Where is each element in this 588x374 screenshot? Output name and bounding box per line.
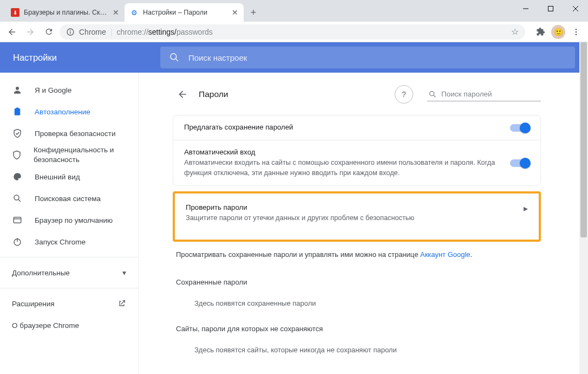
window-maximize-button[interactable] <box>538 0 563 17</box>
window-minimize-button[interactable] <box>513 0 538 17</box>
sidebar-label: Внешний вид <box>35 173 80 181</box>
svg-point-8 <box>576 31 577 33</box>
window-close-button[interactable] <box>563 0 588 17</box>
profile-avatar[interactable]: 🙂 <box>551 25 565 39</box>
clipboard-icon <box>12 106 23 117</box>
sidebar-item-default-browser[interactable]: Браузер по умолчанию <box>0 209 138 231</box>
sidebar-item-you-and-google[interactable]: Я и Google <box>0 79 138 101</box>
settings-search-placeholder: Поиск настроек <box>188 53 247 62</box>
settings-search-input[interactable]: Поиск настроек <box>160 47 575 68</box>
sidebar-label: Конфиденциальность и безопасность <box>34 145 126 164</box>
auto-signin-toggle[interactable] <box>510 159 530 167</box>
row-subtitle: Автоматически входить на сайты с помощью… <box>184 157 510 178</box>
password-search-input[interactable]: Поиск паролей <box>427 88 541 101</box>
tab-close-icon[interactable]: ✕ <box>232 8 238 17</box>
sidebar-extensions-link[interactable]: Расширения <box>0 293 138 314</box>
chrome-menu-button[interactable] <box>569 24 584 40</box>
manage-passwords-info: Просматривать сохраненные пароли и управ… <box>173 242 541 268</box>
svg-rect-1 <box>548 7 553 11</box>
search-icon <box>169 52 180 63</box>
tab-title: Настройки – Пароли <box>143 9 227 16</box>
url-page: passwords <box>177 28 213 36</box>
svg-line-22 <box>434 95 435 97</box>
scrollbar-thumb[interactable] <box>580 42 587 237</box>
chevron-right-icon: ▸ <box>516 203 528 214</box>
svg-rect-17 <box>14 217 21 223</box>
sidebar-label: О браузере Chrome <box>12 321 79 330</box>
help-button[interactable]: ? <box>395 85 413 104</box>
scrollbar[interactable] <box>579 42 588 374</box>
svg-point-15 <box>14 195 19 200</box>
bookmark-star-icon[interactable]: ☆ <box>511 27 519 37</box>
nav-back-button[interactable] <box>4 24 19 40</box>
address-bar[interactable]: Chrome | chrome://settings/passwords ☆ <box>60 24 525 40</box>
search-icon <box>428 90 437 99</box>
svg-point-5 <box>70 30 71 31</box>
sidebar-label: Проверка безопасности <box>35 130 116 138</box>
url-prefix: chrome:// <box>116 28 148 36</box>
new-tab-button[interactable]: + <box>246 5 261 20</box>
page-title: Пароли <box>199 89 388 99</box>
sidebar-label: Я и Google <box>35 86 71 94</box>
chevron-down-icon: ▾ <box>122 268 126 277</box>
sidebar-label: Расширения <box>12 300 55 308</box>
shield-icon <box>12 150 22 160</box>
svg-rect-14 <box>16 108 19 109</box>
saved-passwords-empty: Здесь появятся сохраненные пароли <box>173 289 541 314</box>
password-search-placeholder: Поиск паролей <box>441 90 492 98</box>
never-save-title: Сайты, пароли для которых не сохраняются <box>173 314 541 336</box>
sidebar-about-link[interactable]: О браузере Chrome <box>0 314 138 336</box>
offer-save-passwords-toggle[interactable] <box>510 124 530 132</box>
sidebar-advanced-toggle[interactable]: Дополнительные ▾ <box>0 262 138 283</box>
svg-line-11 <box>176 59 178 61</box>
row-subtitle: Защитите пароли от утечки данных и други… <box>186 212 516 223</box>
sidebar: Я и Google Автозаполнение Проверка безоп… <box>0 73 139 374</box>
row-title: Проверить пароли <box>186 203 516 212</box>
sidebar-item-autofill[interactable]: Автозаполнение <box>0 101 138 122</box>
nav-forward-button[interactable] <box>23 24 38 40</box>
svg-rect-13 <box>15 108 21 115</box>
google-account-link[interactable]: Аккаунт Google <box>420 250 471 259</box>
palette-icon <box>12 171 23 182</box>
svg-rect-6 <box>70 31 70 34</box>
sidebar-item-on-startup[interactable]: Запуск Chrome <box>0 231 138 253</box>
svg-point-7 <box>576 29 577 30</box>
sidebar-item-safety-check[interactable]: Проверка безопасности <box>0 122 138 144</box>
back-button[interactable] <box>173 85 192 104</box>
toolbar: Chrome | chrome://settings/passwords ☆ 🙂 <box>0 22 588 42</box>
browser-icon <box>12 215 23 225</box>
offer-save-passwords-row: Предлагать сохранение паролей <box>173 115 540 140</box>
sidebar-label: Дополнительные <box>12 269 70 277</box>
page-header: Пароли ? Поиск паролей <box>173 79 541 109</box>
settings-header: Настройки Поиск настроек <box>0 42 588 73</box>
saved-passwords-title: Сохраненные пароли <box>173 267 541 289</box>
svg-point-21 <box>430 91 434 95</box>
sidebar-label: Поисковая система <box>35 195 101 203</box>
external-link-icon <box>117 299 126 308</box>
tab-strip: ⬇ Браузеры и плагины. Скачать б ✕ ⚙ Наст… <box>0 0 588 22</box>
url-path: settings/ <box>148 28 177 36</box>
sidebar-item-privacy[interactable]: Конфиденциальность и безопасность <box>0 144 138 166</box>
sidebar-item-appearance[interactable]: Внешний вид <box>0 166 138 188</box>
tab-title: Браузеры и плагины. Скачать б <box>24 9 108 16</box>
settings-gear-icon: ⚙ <box>130 8 139 17</box>
sidebar-label: Браузер по умолчанию <box>35 216 113 224</box>
person-icon <box>12 85 23 95</box>
sidebar-label: Запуск Chrome <box>35 238 86 246</box>
browser-tab[interactable]: ⬇ Браузеры и плагины. Скачать б ✕ <box>5 3 125 22</box>
sidebar-label: Автозаполнение <box>35 108 90 116</box>
browser-tab[interactable]: ⚙ Настройки – Пароли ✕ <box>125 3 244 22</box>
auto-signin-row: Автоматический вход Автоматически входит… <box>173 140 540 185</box>
tab-close-icon[interactable]: ✕ <box>113 8 119 17</box>
site-info-icon[interactable] <box>66 28 75 36</box>
row-title: Автоматический вход <box>184 148 510 157</box>
sidebar-item-search-engine[interactable]: Поисковая система <box>0 188 138 209</box>
check-passwords-row[interactable]: Проверить пароли Защитите пароли от утеч… <box>173 191 541 241</box>
svg-line-16 <box>18 199 21 202</box>
svg-point-9 <box>576 34 577 35</box>
search-icon <box>12 193 23 204</box>
url-scheme-label: Chrome <box>79 28 106 36</box>
extensions-puzzle-icon[interactable] <box>533 24 548 40</box>
svg-point-12 <box>16 87 19 90</box>
nav-reload-button[interactable] <box>41 24 56 40</box>
